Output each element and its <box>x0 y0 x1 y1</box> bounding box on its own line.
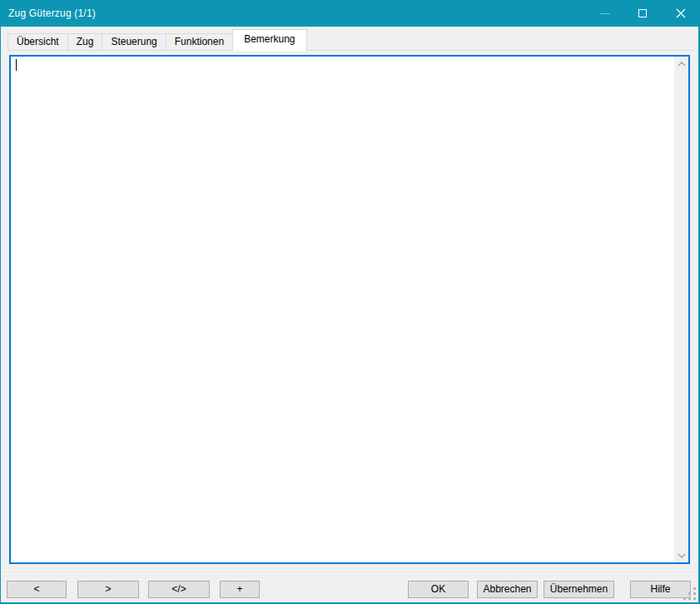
tab-steuerung[interactable]: Steuerung <box>102 33 166 51</box>
text-caret <box>16 59 17 71</box>
scroll-up-button[interactable] <box>674 57 688 71</box>
scroll-down-button[interactable] <box>674 548 688 562</box>
close-button[interactable] <box>662 0 700 27</box>
previous-button[interactable]: < <box>7 581 67 598</box>
minimize-icon <box>600 13 609 14</box>
resize-grip[interactable] <box>681 585 696 600</box>
close-icon <box>676 8 686 18</box>
code-button[interactable]: </> <box>148 581 210 598</box>
footer-separator <box>2 572 698 574</box>
vertical-scrollbar[interactable] <box>674 57 688 562</box>
chevron-down-icon <box>678 553 686 558</box>
cancel-button[interactable]: Abbrechen <box>477 581 538 598</box>
maximize-icon <box>638 9 647 17</box>
ok-button[interactable]: OK <box>408 581 469 598</box>
tab-bemerkung[interactable]: Bemerkung <box>232 29 306 51</box>
tab-uebersicht[interactable]: Übersicht <box>7 33 68 51</box>
maximize-button[interactable] <box>623 0 662 27</box>
minimize-button[interactable] <box>585 0 623 27</box>
window-title: Zug Güterzug (1/1) <box>0 7 96 19</box>
dialog-window: Zug Güterzug (1/1) Übersicht Zug Steueru… <box>0 0 700 604</box>
apply-button[interactable]: Übernehmen <box>544 581 614 598</box>
window-controls <box>585 0 700 27</box>
tab-strip: Übersicht Zug Steuerung Funktionen Bemer… <box>7 31 694 52</box>
bemerkung-textarea[interactable] <box>9 55 690 564</box>
titlebar[interactable]: Zug Güterzug (1/1) <box>0 0 700 27</box>
chevron-up-icon <box>678 62 686 67</box>
tab-funktionen[interactable]: Funktionen <box>166 33 233 51</box>
tab-list: Übersicht Zug Steuerung Funktionen Bemer… <box>7 31 306 51</box>
next-button[interactable]: > <box>77 581 139 598</box>
add-button[interactable]: + <box>220 581 260 598</box>
tab-zug[interactable]: Zug <box>67 33 103 51</box>
